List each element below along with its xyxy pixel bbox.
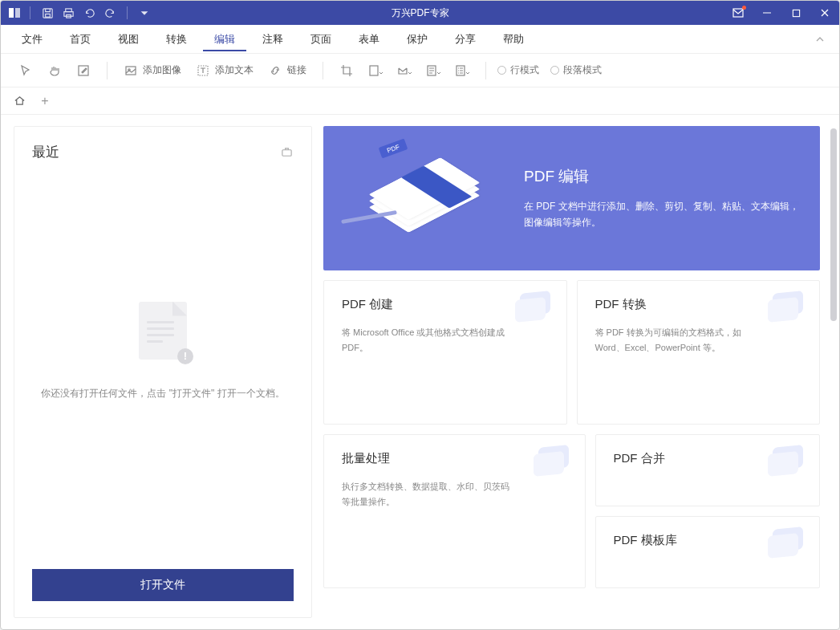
crop-tool[interactable] [335,60,359,81]
line-mode-label: 行模式 [510,63,539,77]
svg-rect-5 [63,11,72,16]
edit-tool[interactable] [71,60,95,81]
svg-rect-2 [43,8,51,17]
empty-document-icon: ! [139,302,187,360]
menu-view[interactable]: 视图 [107,27,150,51]
menubar: 文件 首页 视图 转换 编辑 注释 页面 表单 保护 分享 帮助 [1,25,839,54]
menu-file[interactable]: 文件 [10,27,54,51]
close-button[interactable] [810,1,839,25]
hand-icon [47,63,62,78]
card-stack-icon [765,528,803,560]
cursor-icon [18,63,33,78]
recent-panel: 最近 ! 你还没有打开任何文件，点击 "打开文件" 打开一个文档。 打开文件 [14,126,312,618]
menu-share[interactable]: 分享 [444,27,487,51]
add-text-button[interactable]: 添加文本 [191,60,258,81]
maximize-button[interactable] [781,1,810,25]
doc-dropdown-icon [426,63,440,78]
list-dropdown-icon [455,63,469,78]
toolbar: 添加图像 添加文本 链接 行模式 段落模式 [1,54,839,87]
dropdown-icon[interactable] [136,4,153,22]
image-icon [124,63,138,78]
menu-edit[interactable]: 编辑 [203,27,246,51]
background-tool[interactable] [392,60,416,81]
add-image-button[interactable]: 添加图像 [119,60,186,81]
envelope-dropdown-icon [397,63,412,78]
menu-protect[interactable]: 保护 [396,27,439,51]
redo-icon[interactable] [101,4,119,22]
pdf-template-card[interactable]: PDF 模板库 [595,516,821,588]
text-icon [196,63,210,78]
pdf-edit-hero-card[interactable]: PDF PDF 编辑 在 PDF 文档中进行添加、删除、剪切、复制、粘贴、文本编… [323,126,820,270]
svg-rect-0 [9,8,14,18]
svg-rect-1 [15,8,20,18]
print-icon[interactable] [59,4,77,22]
mail-icon[interactable] [724,1,753,25]
empty-state: ! 你还没有打开任何文件，点击 "打开文件" 打开一个文档。 [32,145,294,556]
watermark-tool[interactable] [363,60,388,81]
svg-rect-3 [45,14,50,17]
svg-rect-9 [793,10,799,16]
svg-rect-7 [733,9,743,17]
open-file-button[interactable]: 打开文件 [32,569,294,601]
save-icon[interactable] [39,4,56,22]
radio-icon [550,66,559,75]
pdf-merge-card[interactable]: PDF 合并 [595,434,821,506]
header-footer-tool[interactable] [421,60,445,81]
tabstrip: + [1,87,839,115]
menu-home[interactable]: 首页 [59,27,102,51]
hero-desc: 在 PDF 文档中进行添加、删除、剪切、复制、粘贴、文本编辑，图像编辑等操作。 [524,198,799,231]
menu-comment[interactable]: 注释 [251,27,294,51]
menu-form[interactable]: 表单 [347,27,391,51]
radio-icon [497,66,506,75]
menu-help[interactable]: 帮助 [492,27,535,51]
pdf-create-card[interactable]: PDF 创建 将 Microsoft Office 或其他格式文档创建成 PDF… [323,280,567,425]
link-icon [268,63,282,78]
edit-icon [76,63,91,78]
collapse-ribbon-icon[interactable] [810,30,830,49]
card-stack-icon [512,292,550,324]
pdf-stack-illustration: PDF [344,138,505,258]
card-desc: 将 PDF 转换为可编辑的文档格式，如 Word、Excel、PowerPoin… [595,325,764,355]
app-logo-icon [7,6,22,20]
home-tab[interactable] [10,92,28,110]
hand-tool[interactable] [43,60,67,81]
card-desc: 将 Microsoft Office 或其他格式文档创建成 PDF。 [342,325,510,355]
add-image-label: 添加图像 [143,63,181,77]
menu-convert[interactable]: 转换 [155,27,198,51]
minimize-button[interactable] [753,1,781,25]
add-text-label: 添加文本 [215,63,254,77]
card-desc: 执行多文档转换、数据提取、水印、贝茨码等批量操作。 [342,479,510,509]
crop-icon [339,63,354,78]
card-stack-icon [765,446,803,478]
line-mode-radio[interactable]: 行模式 [497,63,539,77]
paragraph-mode-label: 段落模式 [563,63,602,77]
pdf-convert-card[interactable]: PDF 转换 将 PDF 转换为可编辑的文档格式，如 Word、Excel、Po… [577,280,821,425]
undo-icon[interactable] [80,4,98,22]
bates-tool[interactable] [450,60,474,81]
hero-title: PDF 编辑 [524,166,799,187]
scrollbar-thumb[interactable] [830,128,837,321]
card-stack-icon [530,446,569,478]
features-panel: PDF PDF 编辑 在 PDF 文档中进行添加、删除、剪切、复制、粘贴、文本编… [323,126,826,618]
link-button[interactable]: 链接 [263,60,311,81]
content-area: 最近 ! 你还没有打开任何文件，点击 "打开文件" 打开一个文档。 打开文件 [1,115,839,629]
titlebar: 万兴PDF专家 [1,1,839,25]
card-stack-icon [765,292,803,324]
menu-page[interactable]: 页面 [299,27,343,51]
page-dropdown-icon [368,63,383,78]
new-tab-button[interactable]: + [36,92,54,110]
select-tool[interactable] [14,60,38,81]
svg-rect-16 [370,66,378,75]
paragraph-mode-radio[interactable]: 段落模式 [550,63,602,77]
window-title: 万兴PDF专家 [392,6,449,20]
link-label: 链接 [287,63,306,77]
empty-state-text: 你还没有打开任何文件，点击 "打开文件" 打开一个文档。 [41,387,284,400]
batch-process-card[interactable]: 批量处理 执行多文档转换、数据提取、水印、贝茨码等批量操作。 [323,434,586,588]
scrollbar[interactable] [830,128,837,606]
